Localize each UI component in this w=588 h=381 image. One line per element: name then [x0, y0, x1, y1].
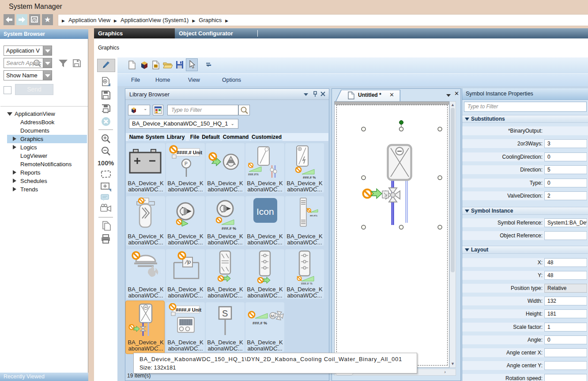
- svg-text:###.# %: ###.# %: [253, 321, 267, 325]
- svg-text:M: M: [271, 314, 274, 318]
- svg-text:###.# %: ###.# %: [303, 175, 316, 179]
- svg-text:####.# Unit: ####.# Unit: [176, 307, 201, 312]
- svg-text:####.# Unit: ####.# Unit: [177, 150, 202, 155]
- svg-text:P: P: [187, 259, 191, 266]
- svg-text:###.#%: ###.#%: [248, 173, 259, 176]
- svg-text:S: S: [222, 309, 228, 318]
- svg-text:###.# %: ###.# %: [222, 226, 236, 231]
- svg-text:Icon: Icon: [256, 206, 274, 217]
- svg-text:##.#%: ##.#%: [310, 214, 318, 217]
- svg-text:P: P: [185, 161, 188, 166]
- svg-text:###.# %: ###.# %: [301, 282, 313, 285]
